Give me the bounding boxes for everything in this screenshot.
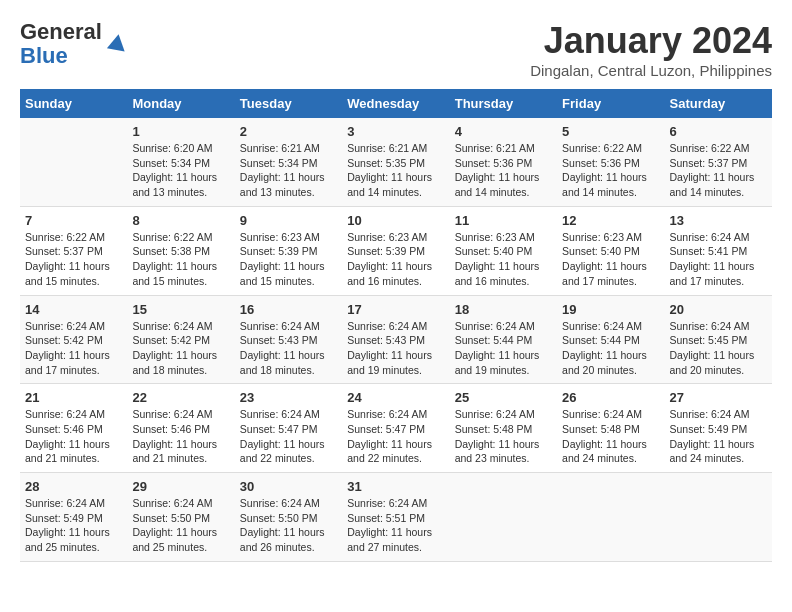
calendar-cell: 22Sunrise: 6:24 AMSunset: 5:46 PMDayligh… [127,384,234,473]
calendar-cell: 9Sunrise: 6:23 AMSunset: 5:39 PMDaylight… [235,206,342,295]
calendar-cell: 30Sunrise: 6:24 AMSunset: 5:50 PMDayligh… [235,473,342,562]
calendar-cell: 24Sunrise: 6:24 AMSunset: 5:47 PMDayligh… [342,384,449,473]
calendar-cell [20,118,127,206]
calendar-cell: 17Sunrise: 6:24 AMSunset: 5:43 PMDayligh… [342,295,449,384]
day-info: Sunrise: 6:24 AMSunset: 5:47 PMDaylight:… [240,407,337,466]
day-info: Sunrise: 6:24 AMSunset: 5:45 PMDaylight:… [670,319,767,378]
day-number: 2 [240,124,337,139]
day-info: Sunrise: 6:23 AMSunset: 5:39 PMDaylight:… [347,230,444,289]
day-number: 6 [670,124,767,139]
day-number: 25 [455,390,552,405]
calendar-cell: 6Sunrise: 6:22 AMSunset: 5:37 PMDaylight… [665,118,772,206]
day-info: Sunrise: 6:24 AMSunset: 5:48 PMDaylight:… [455,407,552,466]
day-info: Sunrise: 6:24 AMSunset: 5:51 PMDaylight:… [347,496,444,555]
calendar-cell: 1Sunrise: 6:20 AMSunset: 5:34 PMDaylight… [127,118,234,206]
day-number: 20 [670,302,767,317]
calendar-cell: 3Sunrise: 6:21 AMSunset: 5:35 PMDaylight… [342,118,449,206]
calendar-cell: 15Sunrise: 6:24 AMSunset: 5:42 PMDayligh… [127,295,234,384]
day-number: 18 [455,302,552,317]
day-number: 29 [132,479,229,494]
day-info: Sunrise: 6:24 AMSunset: 5:50 PMDaylight:… [240,496,337,555]
day-info: Sunrise: 6:24 AMSunset: 5:47 PMDaylight:… [347,407,444,466]
calendar-cell: 19Sunrise: 6:24 AMSunset: 5:44 PMDayligh… [557,295,664,384]
day-info: Sunrise: 6:22 AMSunset: 5:38 PMDaylight:… [132,230,229,289]
day-number: 16 [240,302,337,317]
day-of-week-header: Thursday [450,89,557,118]
calendar-cell: 16Sunrise: 6:24 AMSunset: 5:43 PMDayligh… [235,295,342,384]
day-info: Sunrise: 6:24 AMSunset: 5:49 PMDaylight:… [670,407,767,466]
calendar-cell: 4Sunrise: 6:21 AMSunset: 5:36 PMDaylight… [450,118,557,206]
day-of-week-header: Saturday [665,89,772,118]
day-number: 19 [562,302,659,317]
day-of-week-header: Tuesday [235,89,342,118]
day-info: Sunrise: 6:22 AMSunset: 5:36 PMDaylight:… [562,141,659,200]
day-info: Sunrise: 6:23 AMSunset: 5:39 PMDaylight:… [240,230,337,289]
calendar-cell: 29Sunrise: 6:24 AMSunset: 5:50 PMDayligh… [127,473,234,562]
day-number: 10 [347,213,444,228]
calendar-cell: 31Sunrise: 6:24 AMSunset: 5:51 PMDayligh… [342,473,449,562]
calendar-cell: 23Sunrise: 6:24 AMSunset: 5:47 PMDayligh… [235,384,342,473]
location: Dingalan, Central Luzon, Philippines [530,62,772,79]
calendar-cell: 7Sunrise: 6:22 AMSunset: 5:37 PMDaylight… [20,206,127,295]
day-number: 24 [347,390,444,405]
calendar-week-row: 7Sunrise: 6:22 AMSunset: 5:37 PMDaylight… [20,206,772,295]
day-of-week-header: Monday [127,89,234,118]
logo-triangle-icon [106,32,128,54]
calendar-header: SundayMondayTuesdayWednesdayThursdayFrid… [20,89,772,118]
day-number: 15 [132,302,229,317]
calendar-cell: 18Sunrise: 6:24 AMSunset: 5:44 PMDayligh… [450,295,557,384]
day-info: Sunrise: 6:21 AMSunset: 5:35 PMDaylight:… [347,141,444,200]
day-info: Sunrise: 6:24 AMSunset: 5:43 PMDaylight:… [347,319,444,378]
calendar-cell: 27Sunrise: 6:24 AMSunset: 5:49 PMDayligh… [665,384,772,473]
day-info: Sunrise: 6:24 AMSunset: 5:41 PMDaylight:… [670,230,767,289]
logo: General Blue [20,20,128,68]
calendar-table: SundayMondayTuesdayWednesdayThursdayFrid… [20,89,772,562]
day-number: 17 [347,302,444,317]
day-number: 14 [25,302,122,317]
calendar-cell: 20Sunrise: 6:24 AMSunset: 5:45 PMDayligh… [665,295,772,384]
day-number: 23 [240,390,337,405]
day-number: 3 [347,124,444,139]
day-number: 9 [240,213,337,228]
day-number: 28 [25,479,122,494]
day-of-week-header: Wednesday [342,89,449,118]
day-number: 11 [455,213,552,228]
day-number: 5 [562,124,659,139]
calendar-week-row: 1Sunrise: 6:20 AMSunset: 5:34 PMDaylight… [20,118,772,206]
day-number: 31 [347,479,444,494]
calendar-cell: 26Sunrise: 6:24 AMSunset: 5:48 PMDayligh… [557,384,664,473]
day-info: Sunrise: 6:20 AMSunset: 5:34 PMDaylight:… [132,141,229,200]
calendar-body: 1Sunrise: 6:20 AMSunset: 5:34 PMDaylight… [20,118,772,561]
page-header: General Blue January 2024 Dingalan, Cent… [20,20,772,79]
calendar-cell: 14Sunrise: 6:24 AMSunset: 5:42 PMDayligh… [20,295,127,384]
day-number: 4 [455,124,552,139]
day-number: 8 [132,213,229,228]
calendar-cell: 8Sunrise: 6:22 AMSunset: 5:38 PMDaylight… [127,206,234,295]
day-info: Sunrise: 6:24 AMSunset: 5:46 PMDaylight:… [132,407,229,466]
day-number: 21 [25,390,122,405]
day-info: Sunrise: 6:24 AMSunset: 5:43 PMDaylight:… [240,319,337,378]
day-info: Sunrise: 6:24 AMSunset: 5:50 PMDaylight:… [132,496,229,555]
day-of-week-header: Friday [557,89,664,118]
day-info: Sunrise: 6:24 AMSunset: 5:49 PMDaylight:… [25,496,122,555]
calendar-cell: 21Sunrise: 6:24 AMSunset: 5:46 PMDayligh… [20,384,127,473]
logo-text: General Blue [20,20,102,68]
month-title: January 2024 [530,20,772,62]
calendar-cell: 25Sunrise: 6:24 AMSunset: 5:48 PMDayligh… [450,384,557,473]
calendar-cell: 11Sunrise: 6:23 AMSunset: 5:40 PMDayligh… [450,206,557,295]
calendar-week-row: 21Sunrise: 6:24 AMSunset: 5:46 PMDayligh… [20,384,772,473]
day-info: Sunrise: 6:21 AMSunset: 5:34 PMDaylight:… [240,141,337,200]
day-of-week-header: Sunday [20,89,127,118]
calendar-cell: 13Sunrise: 6:24 AMSunset: 5:41 PMDayligh… [665,206,772,295]
day-number: 26 [562,390,659,405]
day-info: Sunrise: 6:23 AMSunset: 5:40 PMDaylight:… [562,230,659,289]
day-info: Sunrise: 6:22 AMSunset: 5:37 PMDaylight:… [25,230,122,289]
calendar-week-row: 14Sunrise: 6:24 AMSunset: 5:42 PMDayligh… [20,295,772,384]
calendar-week-row: 28Sunrise: 6:24 AMSunset: 5:49 PMDayligh… [20,473,772,562]
day-info: Sunrise: 6:24 AMSunset: 5:42 PMDaylight:… [25,319,122,378]
day-info: Sunrise: 6:22 AMSunset: 5:37 PMDaylight:… [670,141,767,200]
day-number: 30 [240,479,337,494]
calendar-cell: 5Sunrise: 6:22 AMSunset: 5:36 PMDaylight… [557,118,664,206]
day-info: Sunrise: 6:24 AMSunset: 5:46 PMDaylight:… [25,407,122,466]
calendar-cell: 12Sunrise: 6:23 AMSunset: 5:40 PMDayligh… [557,206,664,295]
